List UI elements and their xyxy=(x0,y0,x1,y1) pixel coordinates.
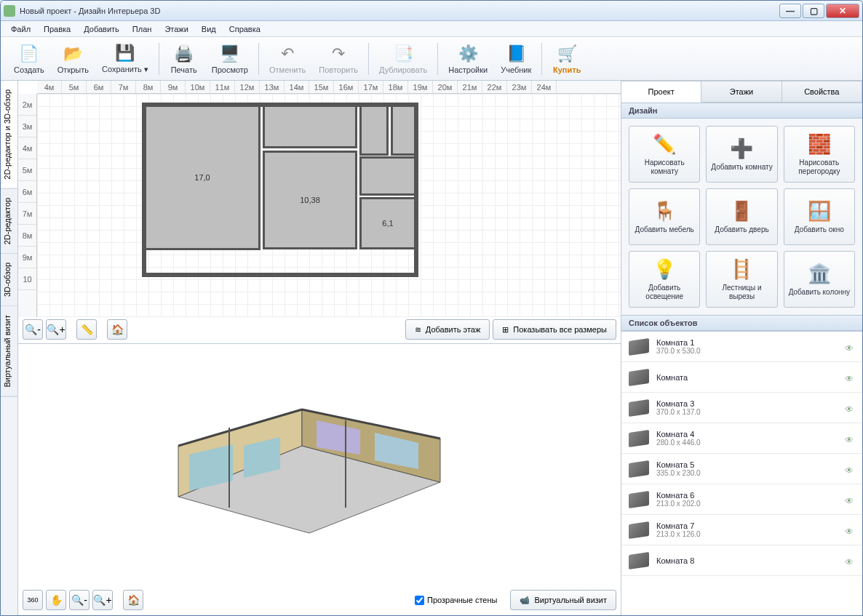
zoom-out-3d-button[interactable]: 🔍- xyxy=(69,590,90,610)
transparent-walls-checkbox[interactable]: Прозрачные стены xyxy=(415,596,497,605)
add-furniture-button[interactable]: 🪑Добавить мебель xyxy=(629,188,700,245)
right-panel: ПроектЭтажиСвойства Дизайн ✏️Нарисовать … xyxy=(621,81,862,615)
menu-Справка[interactable]: Справка xyxy=(223,23,266,36)
add-light-button[interactable]: 💡Добавить освещение xyxy=(629,251,700,308)
add-floor-button[interactable]: ≋Добавить этаж xyxy=(405,319,490,340)
rotate-360-button[interactable]: 360 xyxy=(23,590,43,610)
new-button[interactable]: 📄Создать xyxy=(8,39,50,79)
design-grid: ✏️Нарисовать комнату➕Добавить комнату🧱На… xyxy=(621,119,862,315)
zoom-in-3d-button[interactable]: 🔍+ xyxy=(92,590,113,610)
visibility-icon[interactable]: 👁 xyxy=(845,404,855,412)
object-item-0[interactable]: Комната 1370.0 x 530.0👁 xyxy=(621,332,862,362)
add-room-icon: ➕ xyxy=(730,137,753,161)
plan-3d-view[interactable]: 360 ✋ 🔍- 🔍+ 🏠 Прозрачные стены 📹Виртуаль… xyxy=(18,344,621,615)
floorplan[interactable]: 17,0 10,38 6,1 xyxy=(142,103,418,277)
preview-button[interactable]: 🖥️Просмотр xyxy=(206,39,254,79)
room-small3[interactable] xyxy=(359,156,416,196)
save-button[interactable]: 💾Сохранить ▾ xyxy=(96,39,154,79)
ruler-vertical: 2м3м4м5м6м7м8м9м10 xyxy=(18,94,37,317)
settings-button[interactable]: ⚙️Настройки xyxy=(442,39,493,79)
new-icon: 📄 xyxy=(19,44,39,64)
add-door-button[interactable]: 🚪Добавить дверь xyxy=(706,188,777,245)
model-3d[interactable] xyxy=(135,366,469,562)
menu-Этажи[interactable]: Этажи xyxy=(159,23,194,36)
show-dimensions-button[interactable]: ⊞Показывать все размеры xyxy=(493,319,616,340)
room-1[interactable]: 17,0 xyxy=(144,105,261,250)
draw-room-button[interactable]: ✏️Нарисовать комнату xyxy=(629,126,700,183)
room-hall[interactable] xyxy=(263,105,357,148)
room-icon xyxy=(629,521,649,539)
menu-Вид[interactable]: Вид xyxy=(196,23,222,36)
print-button[interactable]: 🖨️Печать xyxy=(164,39,204,79)
rtab-Этажи[interactable]: Этажи xyxy=(701,81,782,103)
plan-2d-view[interactable]: 4м5м6м7м8м9м10м11м12м13м14м15м16м17м18м1… xyxy=(18,81,621,344)
close-button[interactable]: ✕ xyxy=(826,4,859,18)
measure-button[interactable]: 📏 xyxy=(76,319,97,340)
object-item-7[interactable]: Комната 8👁 xyxy=(621,545,862,576)
add-window-button[interactable]: 🪟Добавить окно xyxy=(784,188,855,245)
add-column-button[interactable]: 🏛️Добавить колонну xyxy=(784,251,855,308)
room-icon xyxy=(629,430,649,447)
rtab-Свойства[interactable]: Свойства xyxy=(782,81,862,103)
side-tabs: 2D-редактор и 3D-обзор2D-редактор3D-обзо… xyxy=(1,81,18,615)
open-button[interactable]: 📂Открыть xyxy=(52,39,95,79)
sidetab-0[interactable]: 2D-редактор и 3D-обзор xyxy=(1,81,17,189)
draw-partition-icon: 🧱 xyxy=(808,133,831,156)
object-list[interactable]: Комната 1370.0 x 530.0👁Комната👁Комната 3… xyxy=(621,331,862,615)
tutorial-icon: 📘 xyxy=(506,44,526,64)
home-button[interactable]: 🏠 xyxy=(107,319,127,340)
duplicate-icon: 📑 xyxy=(393,44,413,64)
minimize-button[interactable]: — xyxy=(779,4,801,18)
object-item-2[interactable]: Комната 3370.0 x 137.0👁 xyxy=(621,393,862,423)
visibility-icon[interactable]: 👁 xyxy=(845,435,855,442)
zoom-out-button[interactable]: 🔍- xyxy=(23,319,43,340)
toolbar: 📄Создать📂Открыть💾Сохранить ▾🖨️Печать🖥️Пр… xyxy=(1,37,862,81)
room-2[interactable]: 10,38 xyxy=(263,151,357,249)
room-small2[interactable] xyxy=(391,105,416,156)
object-item-4[interactable]: Комната 5335.0 x 230.0👁 xyxy=(621,454,862,484)
menubar: ФайлПравкаДобавитьПланЭтажиВидСправка xyxy=(1,21,862,37)
tutorial-button[interactable]: 📘Учебник xyxy=(495,39,537,79)
object-item-5[interactable]: Комната 6213.0 x 202.0👁 xyxy=(621,484,862,515)
menu-Файл[interactable]: Файл xyxy=(5,23,36,36)
visibility-icon[interactable]: 👁 xyxy=(845,496,855,503)
menu-План[interactable]: План xyxy=(127,23,158,36)
preview-icon: 🖥️ xyxy=(220,44,240,64)
room-icon xyxy=(629,552,649,569)
menu-Правка[interactable]: Правка xyxy=(38,23,76,36)
open-icon: 📂 xyxy=(63,44,83,64)
buy-button[interactable]: 🛒Купить xyxy=(546,39,587,79)
draw-partition-button[interactable]: 🧱Нарисовать перегородку xyxy=(784,126,855,183)
add-furniture-icon: 🪑 xyxy=(653,200,676,223)
camera-icon: 📹 xyxy=(520,596,530,605)
visibility-icon[interactable]: 👁 xyxy=(845,343,855,351)
right-tabs: ПроектЭтажиСвойства xyxy=(621,81,862,103)
rtab-Проект[interactable]: Проект xyxy=(621,81,701,103)
redo-icon: ↷ xyxy=(328,44,349,64)
menu-Добавить[interactable]: Добавить xyxy=(78,23,125,36)
room-icon xyxy=(629,338,649,356)
maximize-button[interactable]: ▢ xyxy=(803,4,824,18)
sidetab-1[interactable]: 2D-редактор xyxy=(1,189,17,254)
virtual-visit-button[interactable]: 📹Виртуальный визит xyxy=(510,590,616,610)
visibility-icon[interactable]: 👁 xyxy=(845,527,855,534)
home-3d-button[interactable]: 🏠 xyxy=(123,590,143,610)
undo-button: ↶Отменить xyxy=(263,39,311,79)
stairs-button[interactable]: 🪜Лестницы и вырезы xyxy=(706,251,777,308)
add-room-button[interactable]: ➕Добавить комнату xyxy=(706,126,777,183)
visibility-icon[interactable]: 👁 xyxy=(845,374,855,381)
object-item-1[interactable]: Комната👁 xyxy=(621,362,862,393)
object-item-6[interactable]: Комната 7213.0 x 126.0👁 xyxy=(621,515,862,545)
app-window: Новый проект - Дизайн Интерьера 3D — ▢ ✕… xyxy=(0,0,863,616)
room-small1[interactable] xyxy=(359,105,389,156)
sidetab-2[interactable]: 3D-обзор xyxy=(1,254,17,306)
visibility-icon[interactable]: 👁 xyxy=(845,465,855,473)
visibility-icon[interactable]: 👁 xyxy=(845,557,855,564)
room-3[interactable]: 6,1 xyxy=(359,197,416,249)
tools-2d: 🔍- 🔍+ 📏 🏠 ≋Добавить этаж ⊞Показывать все… xyxy=(23,319,616,340)
zoom-in-button[interactable]: 🔍+ xyxy=(46,319,66,340)
pan-button[interactable]: ✋ xyxy=(46,590,66,610)
center-panel: 4м5м6м7м8м9м10м11м12м13м14м15м16м17м18м1… xyxy=(18,81,621,615)
object-item-3[interactable]: Комната 4280.0 x 446.0👁 xyxy=(621,423,862,454)
sidetab-3[interactable]: Виртуальный визит xyxy=(1,306,17,397)
